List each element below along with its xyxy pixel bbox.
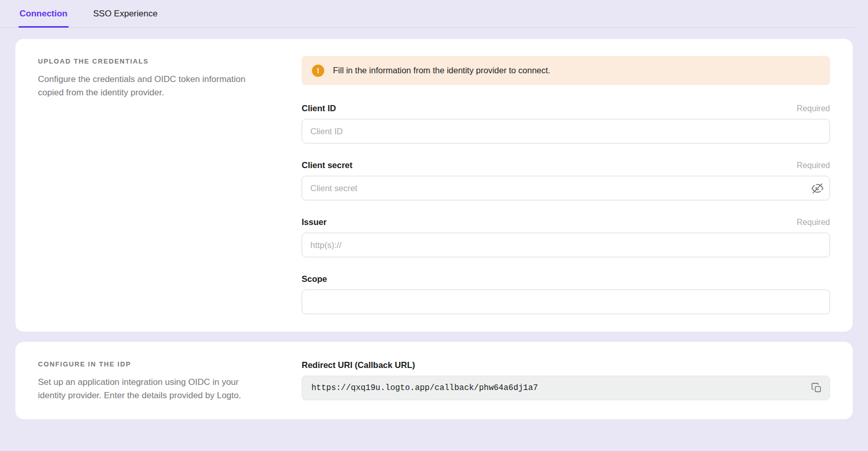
client-id-label: Client ID (302, 104, 336, 113)
client-id-field-group: Client ID Required (302, 104, 830, 144)
configure-idp-card: CONFIGURE IN THE IDP Set up an applicati… (15, 342, 853, 419)
upload-credentials-card: UPLOAD THE CREDENTIALS Configure the cre… (15, 39, 853, 332)
tab-connection[interactable]: Connection (18, 0, 69, 27)
tab-bar: Connection SSO Experience (0, 0, 855, 28)
scope-input[interactable] (302, 290, 830, 314)
issuer-required-tag: Required (797, 218, 830, 227)
client-id-required-tag: Required (797, 104, 830, 113)
alert-text: Fill in the information from the identit… (333, 66, 550, 75)
copy-redirect-uri-button[interactable] (807, 378, 826, 398)
copy-icon (811, 382, 822, 394)
client-secret-label: Client secret (302, 160, 352, 170)
section-title-upload-credentials: UPLOAD THE CREDENTIALS (38, 57, 270, 65)
client-secret-input[interactable] (302, 176, 830, 200)
redirect-uri-value: https://qxq19u.logto.app/callback/phw64a… (311, 383, 807, 393)
tab-sso-experience[interactable]: SSO Experience (92, 0, 159, 27)
client-id-input[interactable] (302, 119, 830, 144)
redirect-uri-label: Redirect URI (Callback URL) (302, 360, 830, 370)
scope-label: Scope (302, 274, 327, 284)
eye-off-icon (812, 182, 823, 194)
scope-field-group: Scope (302, 274, 830, 314)
client-secret-field-group: Client secret Required (302, 160, 830, 200)
client-secret-required-tag: Required (797, 161, 830, 170)
redirect-uri-readonly-field: https://qxq19u.logto.app/callback/phw64a… (302, 376, 830, 400)
section-title-configure-idp: CONFIGURE IN THE IDP (38, 360, 270, 368)
section-description-upload-credentials: Configure the credentials and OIDC token… (38, 73, 250, 99)
issuer-label: Issuer (302, 217, 327, 227)
issuer-field-group: Issuer Required (302, 217, 830, 257)
toggle-secret-visibility-button[interactable] (808, 179, 826, 197)
section-description-configure-idp: Set up an application integration using … (38, 376, 259, 402)
alert-circle-icon: ! (312, 65, 324, 77)
identity-provider-alert: ! Fill in the information from the ident… (302, 56, 830, 85)
issuer-input[interactable] (302, 233, 830, 257)
